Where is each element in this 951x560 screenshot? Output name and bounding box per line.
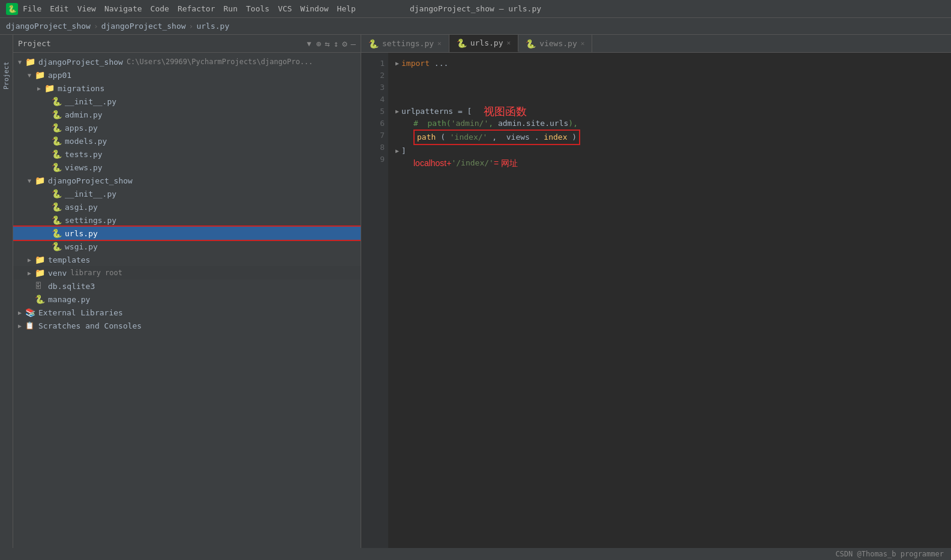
urls-label: urls.py [65, 229, 98, 238]
path-box: path ( 'index/' , views . index ) [413, 130, 580, 145]
watermark: CSDN @Thomas_b programmer [835, 550, 944, 558]
code-line-7: path ( 'index/' , views . index ) [395, 130, 951, 145]
tree-venv[interactable]: ▶ 📁 venv library root [13, 266, 361, 279]
code-editor[interactable]: 1 2 3 4 5 6 7 8 9 ▶ import ... [361, 53, 951, 560]
kw-import: import [401, 58, 430, 70]
external-label: External Libraries [38, 308, 123, 317]
menu-run[interactable]: Run [224, 4, 238, 13]
tree-db[interactable]: 🗄 db.sqlite3 [13, 279, 361, 293]
apps-icon: 🐍 [52, 123, 62, 133]
code-content[interactable]: ▶ import ... ▶ urlpatterns = [388, 53, 951, 560]
tree-manage[interactable]: 🐍 manage.py [13, 293, 361, 306]
breadcrumb-part3[interactable]: urls.py [196, 22, 229, 31]
menu-window[interactable]: Window [301, 4, 329, 13]
menu-navigate[interactable]: Navigate [104, 4, 142, 13]
models-icon: 🐍 [52, 136, 62, 146]
views-index: views [506, 133, 530, 141]
path-close: ) [572, 133, 577, 141]
djproject-arrow: ▼ [28, 177, 35, 184]
tree-urls[interactable]: 🐍 urls.py [13, 227, 361, 240]
tab-views[interactable]: 🐍 views.py ✕ [518, 35, 592, 52]
code-line-9: localhost+ '/index/' = 网址 [395, 157, 951, 169]
venv-icon: 📁 [35, 268, 46, 278]
tree-app01-init[interactable]: 🐍 __init__.py [13, 95, 361, 108]
tree-tests[interactable]: 🐍 tests.py [13, 147, 361, 161]
venv-label: venv [48, 269, 67, 278]
tree-admin[interactable]: 🐍 admin.py [13, 108, 361, 121]
models-label: models.py [65, 137, 107, 146]
panel-icons: ⊕ ⇆ ↕ ⚙ — [316, 39, 356, 49]
asgi-icon: 🐍 [52, 202, 62, 212]
menu-file[interactable]: File [23, 4, 41, 13]
tree-apps[interactable]: 🐍 apps.py [13, 121, 361, 134]
tab-urls[interactable]: 🐍 urls.py ✕ [449, 35, 518, 52]
locate-icon[interactable]: ⊕ [316, 39, 321, 49]
sidebar-tab-strip: Project [0, 35, 13, 560]
tree-scratches[interactable]: ▶ 📋 Scratches and Consoles [13, 319, 361, 332]
app01-arrow: ▼ [28, 72, 35, 79]
code-line-4 [395, 94, 951, 106]
menu-help[interactable]: Help [337, 4, 356, 13]
menu-edit[interactable]: Edit [50, 4, 68, 13]
tab-views-close[interactable]: ✕ [581, 40, 585, 47]
app01-views-icon: 🐍 [52, 162, 62, 172]
urlpatterns-var: urlpatterns [401, 106, 453, 118]
menu-code[interactable]: Code [151, 4, 169, 13]
tree-external[interactable]: ▶ 📚 External Libraries [13, 306, 361, 319]
tree-wsgi[interactable]: 🐍 wsgi.py [13, 240, 361, 253]
manage-label: manage.py [48, 295, 90, 304]
manage-icon: 🐍 [35, 294, 46, 304]
fold-5: ▶ [395, 106, 399, 118]
templates-label: templates [48, 255, 90, 264]
urls-icon: 🐍 [52, 228, 62, 238]
tree-settings[interactable]: 🐍 settings.py [13, 213, 361, 227]
migrations-label: migrations [58, 84, 104, 93]
tree-root[interactable]: ▼ 📁 djangoProject_show C:\Users\29969\Py… [13, 55, 361, 68]
menu-refactor[interactable]: Refactor [178, 4, 215, 13]
fold-8: ▶ [395, 145, 399, 157]
tree-djproject[interactable]: ▼ 📁 djangoProject_show [13, 174, 361, 187]
tab-settings-icon: 🐍 [368, 39, 379, 49]
tab-views-icon: 🐍 [526, 39, 536, 49]
tree-migrations[interactable]: ▶ 📁 migrations [13, 82, 361, 95]
dot: . [535, 133, 539, 141]
venv-tag: library root [70, 269, 122, 277]
index-func: index [544, 133, 567, 141]
tree-app01[interactable]: ▼ 📁 app01 [13, 68, 361, 82]
breadcrumb-sep1: › [94, 22, 98, 31]
breadcrumb-part2[interactable]: djangoProject_show [101, 22, 186, 31]
tab-settings[interactable]: 🐍 settings.py ✕ [361, 35, 449, 52]
tree-asgi[interactable]: 🐍 asgi.py [13, 200, 361, 213]
tab-settings-close[interactable]: ✕ [437, 40, 442, 47]
panel-dropdown-icon[interactable]: ▼ [307, 40, 311, 48]
tree-templates[interactable]: ▶ 📁 templates [13, 253, 361, 266]
tab-views-label: views.py [539, 39, 577, 48]
tab-urls-icon: 🐍 [457, 38, 467, 48]
menu-view[interactable]: View [77, 4, 96, 13]
menu-tools[interactable]: Tools [246, 4, 269, 13]
sort-icon[interactable]: ↕ [334, 39, 338, 49]
settings-icon[interactable]: ⚙ [342, 39, 347, 49]
tab-bar: 🐍 settings.py ✕ 🐍 urls.py ✕ 🐍 views.py ✕ [361, 35, 951, 53]
external-icon: 📚 [25, 308, 36, 317]
apps-label: apps.py [65, 124, 98, 133]
external-arrow: ▶ [18, 309, 25, 316]
comment-line6: # path( [413, 118, 451, 130]
breadcrumb-part1[interactable]: djangoProject_show [6, 22, 91, 31]
app01-folder-icon: 📁 [35, 70, 46, 80]
app-logo: 🐍 [6, 3, 18, 15]
tree-app01-views[interactable]: 🐍 views.py [13, 161, 361, 174]
settings-file-icon: 🐍 [52, 215, 62, 225]
tree-models[interactable]: 🐍 models.py [13, 134, 361, 147]
tab-urls-label: urls.py [470, 38, 503, 47]
tab-settings-label: settings.py [382, 39, 434, 48]
minimize-icon[interactable]: — [351, 39, 356, 49]
tab-urls-close[interactable]: ✕ [507, 39, 511, 47]
code-line-8: ▶ ] [395, 145, 951, 157]
menu-vcs[interactable]: VCS [278, 4, 292, 13]
code-line-5: ▶ urlpatterns = [ 视图函数 [395, 106, 951, 118]
collapse-icon[interactable]: ⇆ [325, 39, 329, 49]
tree-djp-init[interactable]: 🐍 __init__.py [13, 187, 361, 200]
code-line-2 [395, 70, 951, 82]
sidebar-tab-project[interactable]: Project [1, 59, 11, 92]
